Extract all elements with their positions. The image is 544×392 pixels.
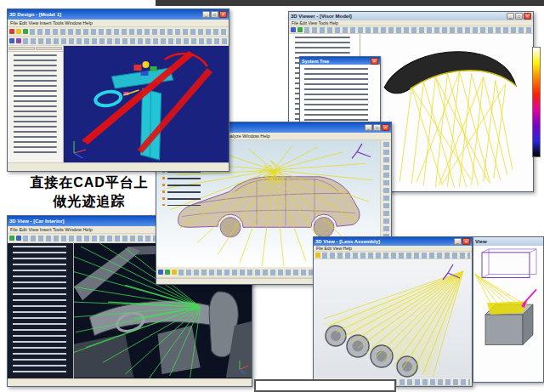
model-tree[interactable]: [8, 52, 63, 162]
slide-canvas: 3D Design - [Model 1] _ □ × File Edit Vi…: [0, 0, 544, 392]
caption-line-2: 做光迹追踪: [14, 192, 165, 211]
window-controls: _ □ ×: [202, 11, 227, 18]
tree-tabs[interactable]: [8, 46, 63, 52]
yellow-hit-patch: [487, 301, 528, 315]
yellow-ray-fan: [400, 71, 513, 186]
titlebar[interactable]: 3D Viewer - [Visor Model] _ □ ×: [289, 12, 533, 20]
close-button[interactable]: ×: [524, 13, 531, 20]
menu-bar[interactable]: File Edit View Help: [314, 246, 472, 252]
toolbar-secondary[interactable]: [8, 37, 229, 46]
toolbar-icons-strip[interactable]: [322, 253, 470, 258]
maximize-button[interactable]: □: [515, 13, 523, 20]
close-button[interactable]: ×: [462, 238, 470, 245]
toolbar-icon[interactable]: [9, 236, 14, 241]
close-button[interactable]: ×: [382, 124, 389, 131]
irradiance-colorbar: [532, 47, 541, 157]
detector-rendering: [473, 246, 543, 382]
toolbar-icon[interactable]: [9, 29, 14, 34]
toolbar-icons-strip[interactable]: [304, 27, 531, 33]
model-tree-panel[interactable]: [8, 46, 64, 162]
dialog-title: System Tree: [302, 59, 371, 64]
window-controls: _ □ ×: [365, 124, 389, 131]
viewport-3d[interactable]: [473, 246, 543, 382]
tree-tab[interactable]: [36, 47, 62, 50]
window-controls: _ ×: [454, 238, 470, 245]
window-controls: _ □ ×: [507, 13, 531, 20]
close-button[interactable]: ×: [371, 58, 378, 65]
minimize-button[interactable]: _: [365, 124, 372, 131]
catia-compass-icon: [352, 144, 371, 159]
toolbar-main[interactable]: [314, 252, 472, 259]
toolbar-icon[interactable]: [23, 29, 28, 34]
dialog-tree[interactable]: [300, 65, 380, 128]
toolbar-icon[interactable]: [172, 270, 177, 275]
maximize-button[interactable]: □: [211, 11, 218, 18]
window-bottom-right[interactable]: 3D View - [Lens Assembly] _ × File Edit …: [313, 236, 473, 387]
beam-cone: [322, 271, 463, 377]
model-tree[interactable]: [8, 243, 73, 378]
status-bar: [8, 378, 252, 386]
caption: 直接在CAD平台上 做光迹追踪: [14, 173, 165, 212]
window-title: 3D View - [Lens Assembly]: [315, 239, 454, 244]
bottom-white-box: [254, 379, 396, 392]
menu-bar[interactable]: File Edit View Insert Tools Window Help: [8, 20, 229, 27]
window-top-left[interactable]: 3D Design - [Model 1] _ □ × File Edit Vi…: [7, 9, 230, 172]
model-tree-panel[interactable]: [8, 243, 74, 378]
menu-bar[interactable]: File Edit View Tools Help: [289, 20, 533, 26]
window-title: 3D Design - [Model 1]: [9, 12, 202, 17]
toolbar-icon[interactable]: [16, 29, 21, 34]
minimize-button[interactable]: _: [507, 13, 514, 20]
toolbar-main[interactable]: [289, 26, 533, 34]
window-far-right[interactable]: View: [473, 236, 544, 383]
toolbar-icons-strip[interactable]: [30, 29, 227, 35]
toolbar-icon[interactable]: [298, 27, 303, 32]
minimize-button[interactable]: _: [202, 11, 210, 18]
toolbar-icon[interactable]: [16, 236, 21, 241]
titlebar[interactable]: View: [473, 237, 543, 246]
titlebar[interactable]: 3D View - [Lens Assembly] _ ×: [314, 237, 472, 246]
window-title: View: [475, 239, 541, 244]
tree-tab[interactable]: [8, 47, 35, 50]
lens-rendering: [314, 259, 472, 378]
yellow-ray-fan: [475, 275, 526, 307]
toolbar-icon[interactable]: [165, 270, 170, 275]
status-bar: [8, 162, 229, 171]
axis-triad-icon: [74, 141, 86, 158]
wireframe-panel: [482, 249, 536, 278]
tree-dialog[interactable]: System Tree ×: [299, 56, 381, 129]
viewport-3d[interactable]: [314, 259, 472, 378]
caption-line-1: 直接在CAD平台上: [14, 173, 165, 192]
toolbar-icon[interactable]: [16, 38, 21, 43]
toolbar-main[interactable]: [8, 27, 229, 37]
top-dark-strip: [156, 0, 544, 6]
titlebar[interactable]: 3D Design - [Model 1] _ □ ×: [8, 9, 229, 20]
toolbar-icons-strip[interactable]: [23, 38, 227, 44]
toolbar-icon[interactable]: [158, 270, 163, 275]
window-title: 3D Viewer - [Visor Model]: [291, 14, 507, 19]
maximize-button[interactable]: □: [373, 124, 381, 131]
dialog-titlebar[interactable]: System Tree ×: [300, 57, 380, 65]
assembly-rendering: [64, 46, 229, 162]
toolbar-icon[interactable]: [315, 253, 320, 258]
viewport-3d[interactable]: [64, 46, 229, 162]
toolbar-icon[interactable]: [291, 27, 296, 32]
toolbar-icon[interactable]: [9, 38, 14, 43]
close-button[interactable]: ×: [219, 11, 227, 18]
minimize-button[interactable]: _: [454, 238, 462, 245]
